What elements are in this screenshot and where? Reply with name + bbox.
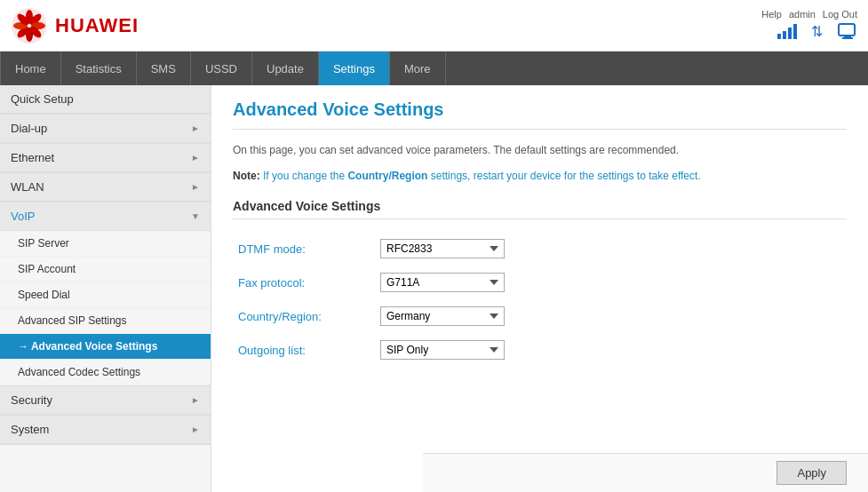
outgoing-form-control: SIP Only PSTN Only SIP Preferred PSTN Pr… <box>380 340 841 360</box>
country-control: Germany United Kingdom France USA <box>375 299 847 333</box>
help-link[interactable]: Help <box>761 9 782 20</box>
nav-statistics[interactable]: Statistics <box>61 52 137 85</box>
country-label: Country/Region: <box>233 299 375 333</box>
chevron-system: ► <box>191 425 200 434</box>
form-row-outgoing: Outgoing list: SIP Only PSTN Only SIP Pr… <box>233 333 847 367</box>
outgoing-select[interactable]: SIP Only PSTN Only SIP Preferred PSTN Pr… <box>380 340 505 360</box>
transfer-icon: ⇅ <box>811 23 829 42</box>
info-text: On this page, you can set advanced voice… <box>233 144 679 156</box>
form-row-dtmf: DTMF mode: RFC2833 SIP INFO In-band <box>233 232 847 266</box>
chevron-dialup: ► <box>191 123 200 133</box>
top-header: HUAWEI Help admin Log Out ⇅ <box>0 0 868 52</box>
content-wrapper: Advanced Voice Settings On this page, yo… <box>211 85 868 492</box>
outgoing-control: SIP Only PSTN Only SIP Preferred PSTN Pr… <box>375 333 847 367</box>
top-links: Help admin Log Out <box>761 9 857 20</box>
huawei-logo <box>11 7 48 44</box>
sidebar-section-security: Security ► <box>0 386 211 416</box>
dtmf-label: DTMF mode: <box>233 232 375 266</box>
nav-more[interactable]: More <box>390 52 446 85</box>
form-section-title: Advanced Voice Settings <box>233 199 847 219</box>
top-right-area: Help admin Log Out ⇅ <box>761 9 857 42</box>
sidebar-section-voip: VoIP ▼ SIP Server SIP Account Speed Dial… <box>0 202 211 386</box>
svg-text:⇅: ⇅ <box>811 24 823 39</box>
note-label: Note: <box>233 170 263 182</box>
form-table: DTMF mode: RFC2833 SIP INFO In-band <box>233 232 847 367</box>
sidebar-section-ethernet: Ethernet ► <box>0 144 211 173</box>
dtmf-select[interactable]: RFC2833 SIP INFO In-band <box>380 239 505 258</box>
logo-area: HUAWEI <box>11 7 139 44</box>
note-box: Note: If you change the Country/Region s… <box>233 168 847 185</box>
sidebar-item-advanced-voice[interactable]: Advanced Voice Settings <box>0 334 211 360</box>
country-select[interactable]: Germany United Kingdom France USA <box>380 306 505 326</box>
note-bold: Country/Region <box>347 170 427 182</box>
chevron-voip: ▼ <box>191 211 200 221</box>
fax-control: G711A G711U T38 <box>375 266 847 299</box>
username-label: admin <box>789 9 816 20</box>
svg-rect-12 <box>793 24 797 39</box>
svg-rect-15 <box>844 36 851 37</box>
sidebar-header-system[interactable]: System ► <box>0 416 211 444</box>
sidebar-item-speed-dial[interactable]: Speed Dial <box>0 282 211 308</box>
svg-rect-11 <box>788 28 792 39</box>
signal-icons: ⇅ <box>777 23 857 42</box>
chevron-wlan: ► <box>191 182 200 192</box>
sidebar-header-dialup[interactable]: Dial-up ► <box>0 115 211 143</box>
svg-rect-16 <box>842 37 853 39</box>
note-text: If you change the Country/Region setting… <box>263 170 701 182</box>
fax-form-control: G711A G711U T38 <box>380 273 841 292</box>
dtmf-form-control: RFC2833 SIP INFO In-band <box>380 239 841 258</box>
form-row-country: Country/Region: Germany United Kingdom F… <box>233 299 847 333</box>
apply-bar: Apply <box>423 453 868 492</box>
sidebar-section-system: System ► <box>0 416 211 445</box>
sidebar-item-advanced-codec[interactable]: Advanced Codec Settings <box>0 360 211 385</box>
sidebar-item-advanced-sip[interactable]: Advanced SIP Settings <box>0 308 211 334</box>
page-title: Advanced Voice Settings <box>233 99 847 130</box>
sidebar-section-wlan: WLAN ► <box>0 173 211 202</box>
sidebar-section-dialup: Dial-up ► <box>0 115 211 144</box>
dtmf-control: RFC2833 SIP INFO In-band <box>375 232 847 266</box>
chevron-security: ► <box>191 395 200 405</box>
sidebar-header-security[interactable]: Security ► <box>0 386 211 415</box>
sidebar-item-sip-account[interactable]: SIP Account <box>0 257 211 282</box>
info-box: On this page, you can set advanced voice… <box>233 142 847 159</box>
content-area: Advanced Voice Settings On this page, yo… <box>211 85 868 492</box>
nav-bar: Home Statistics SMS USSD Update Settings… <box>0 52 868 85</box>
sidebar-item-sip-server[interactable]: SIP Server <box>0 231 211 257</box>
country-form-control: Germany United Kingdom France USA <box>380 306 841 326</box>
sidebar-section-quicksetup: Quick Setup <box>0 85 211 115</box>
form-row-fax: Fax protocol: G711A G711U T38 <box>233 266 847 299</box>
svg-rect-10 <box>783 31 786 39</box>
signal-strength-icon <box>777 23 802 42</box>
main-layout: Quick Setup Dial-up ► Ethernet ► WLAN ► … <box>0 85 868 492</box>
nav-home[interactable]: Home <box>0 52 61 85</box>
logout-link[interactable]: Log Out <box>823 9 857 20</box>
nav-update[interactable]: Update <box>252 52 319 85</box>
fax-label: Fax protocol: <box>233 266 375 299</box>
sidebar: Quick Setup Dial-up ► Ethernet ► WLAN ► … <box>0 85 211 492</box>
logo-text: HUAWEI <box>55 14 139 37</box>
nav-settings[interactable]: Settings <box>319 52 390 85</box>
chevron-ethernet: ► <box>191 153 200 163</box>
outgoing-label: Outgoing list: <box>233 333 375 367</box>
nav-ussd[interactable]: USSD <box>191 52 252 85</box>
fax-select[interactable]: G711A G711U T38 <box>380 273 505 292</box>
monitor-icon <box>838 23 857 42</box>
apply-button[interactable]: Apply <box>776 461 847 485</box>
sidebar-header-wlan[interactable]: WLAN ► <box>0 173 211 202</box>
sidebar-header-voip[interactable]: VoIP ▼ <box>0 202 211 231</box>
sidebar-header-quicksetup[interactable]: Quick Setup <box>0 85 211 114</box>
sidebar-header-ethernet[interactable]: Ethernet ► <box>0 144 211 172</box>
nav-sms[interactable]: SMS <box>137 52 191 85</box>
svg-rect-14 <box>839 24 855 36</box>
svg-rect-9 <box>777 34 781 39</box>
